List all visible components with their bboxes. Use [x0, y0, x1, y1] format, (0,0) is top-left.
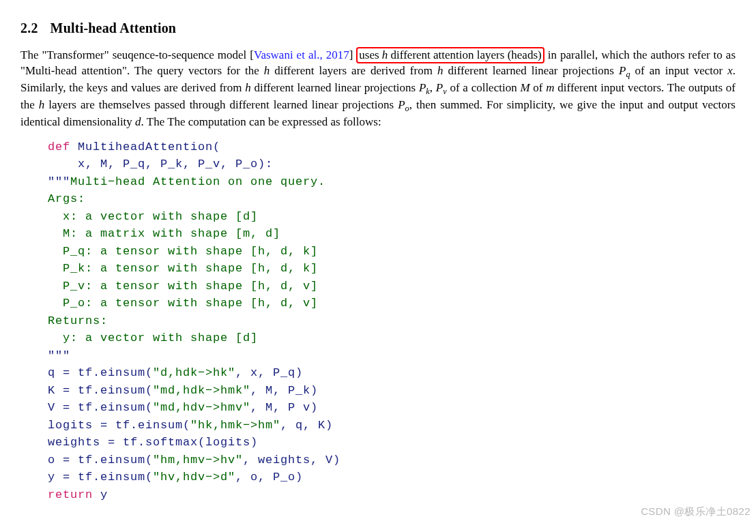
- text: different layers are derived from: [270, 64, 437, 77]
- symbol-pk: Pk: [419, 81, 430, 94]
- code-line: , q, K): [280, 419, 333, 432]
- text: different learned linear projections: [251, 81, 419, 94]
- code-line: , o, P_o): [235, 471, 303, 484]
- code-line: V = tf.einsum(: [48, 401, 153, 414]
- text: of a collection: [447, 81, 521, 94]
- code-docstring-quotes: """: [48, 175, 70, 188]
- code-return-value: y: [93, 488, 108, 501]
- code-string: "md,hdk−>hmk": [153, 384, 250, 397]
- section-title: Multi-head Attention: [50, 20, 177, 35]
- symbol-m: m: [546, 81, 554, 94]
- text: layers are themselves passed through dif…: [44, 98, 398, 111]
- text: different learned linear projections: [443, 64, 619, 77]
- code-line: , M, P_k): [250, 384, 318, 397]
- code-line: weights = tf.softmax(logits): [48, 436, 258, 449]
- code-docstring: P_k: a tensor with shape [h, d, k]: [48, 262, 318, 275]
- symbol-h: h: [245, 81, 251, 94]
- code-line: K = tf.einsum(: [48, 384, 153, 397]
- code-docstring-quotes: """: [48, 349, 70, 362]
- code-keyword-def: def: [48, 141, 70, 153]
- code-string: "hm,hmv−>hv": [153, 454, 243, 467]
- code-line: , M, P v): [250, 401, 318, 414]
- code-docstring: Args:: [48, 192, 85, 205]
- text: of: [530, 81, 547, 94]
- code-line: q = tf.einsum(: [48, 366, 153, 379]
- code-line: o = tf.einsum(: [48, 454, 153, 467]
- symbol-h: h: [264, 64, 270, 77]
- code-docstring: Multi−head Attention on one query.: [70, 175, 325, 188]
- symbol-x: x: [727, 64, 733, 77]
- intro-paragraph: The "Transformer" seuqence-to-sequence m…: [20, 47, 736, 130]
- code-docstring: M: a matrix with shape [m, d]: [48, 227, 280, 240]
- code-string: "md,hdv−>hmv": [153, 401, 250, 414]
- text: different attention layers (heads): [388, 48, 541, 61]
- code-listing: def MultiheadAttention( x, M, P_q, P_k, …: [48, 138, 736, 504]
- code-docstring: P_q: a tensor with shape [h, d, k]: [48, 245, 318, 258]
- symbol-pv: Pv: [436, 81, 447, 94]
- symbol-d: d: [135, 115, 141, 128]
- code-keyword-return: return: [48, 488, 93, 501]
- code-line: , x, P_q): [235, 366, 303, 379]
- text: . The The computation can be expressed a…: [141, 115, 381, 128]
- section-heading: 2.2Multi-head Attention: [20, 19, 736, 38]
- symbol-po: Po: [398, 98, 409, 111]
- symbol-pq: Pq: [619, 64, 630, 77]
- code-string: "d,hdk−>hk": [153, 366, 235, 379]
- text: uses: [359, 48, 382, 61]
- code-string: "hv,hdv−>d": [153, 471, 235, 484]
- text: of an input vector: [630, 64, 728, 77]
- code-docstring: y: a vector with shape [d]: [48, 331, 258, 344]
- code-docstring: P_o: a tensor with shape [h, d, v]: [48, 297, 318, 310]
- code-docstring: Returns:: [48, 314, 108, 327]
- text: ]: [349, 48, 357, 61]
- section-number: 2.2: [20, 20, 38, 35]
- text: The "Transformer" seuqence-to-sequence m…: [20, 48, 254, 61]
- code-line: logits = tf.einsum(: [48, 419, 190, 432]
- symbol-m-cap: M: [520, 81, 529, 94]
- code-line: , weights, V): [243, 454, 340, 467]
- code-line: y = tf.einsum(: [48, 471, 153, 484]
- code-line: x, M, P_q, P_k, P_v, P_o):: [48, 158, 273, 171]
- code-docstring: P_v: a tensor with shape [h, d, v]: [48, 280, 318, 293]
- code-string: "hk,hmk−>hm": [190, 419, 280, 432]
- code-docstring: x: a vector with shape [d]: [48, 210, 258, 223]
- highlighted-phrase: uses h different attention layers (heads…: [356, 47, 544, 63]
- code-fn-name: MultiheadAttention(: [70, 141, 220, 153]
- watermark-text: CSDN @极乐净土0822: [641, 505, 751, 518]
- citation-link[interactable]: Vaswani et al., 2017: [254, 48, 349, 61]
